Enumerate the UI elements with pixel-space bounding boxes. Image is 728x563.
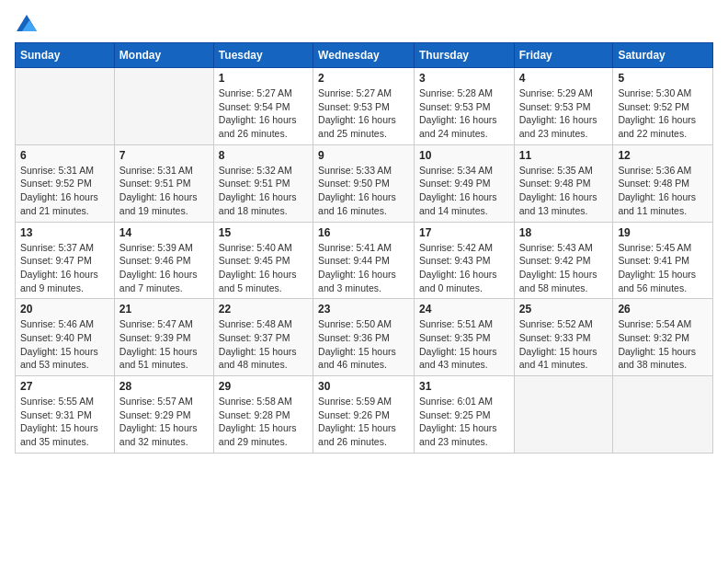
day-number: 25	[519, 303, 609, 316]
calendar-header-monday: Monday	[114, 43, 213, 68]
day-info: Sunrise: 5:33 AM Sunset: 9:50 PM Dayligh…	[318, 164, 409, 218]
calendar-cell: 15Sunrise: 5:40 AM Sunset: 9:45 PM Dayli…	[213, 222, 313, 299]
day-number: 2	[318, 72, 409, 85]
day-number: 7	[119, 149, 209, 162]
calendar-cell: 31Sunrise: 6:01 AM Sunset: 9:25 PM Dayli…	[414, 376, 514, 454]
day-number: 4	[519, 72, 609, 85]
calendar-cell: 20Sunrise: 5:46 AM Sunset: 9:40 PM Dayli…	[16, 299, 115, 376]
day-number: 11	[519, 149, 609, 162]
calendar-cell: 3Sunrise: 5:28 AM Sunset: 9:53 PM Daylig…	[414, 68, 514, 145]
calendar-week-row: 6Sunrise: 5:31 AM Sunset: 9:52 PM Daylig…	[16, 144, 713, 222]
day-info: Sunrise: 6:01 AM Sunset: 9:25 PM Dayligh…	[419, 395, 509, 449]
calendar-cell	[16, 68, 115, 145]
day-info: Sunrise: 5:57 AM Sunset: 9:29 PM Dayligh…	[119, 395, 209, 449]
day-info: Sunrise: 5:29 AM Sunset: 9:53 PM Dayligh…	[519, 86, 609, 141]
calendar-cell: 12Sunrise: 5:36 AM Sunset: 9:48 PM Dayli…	[613, 144, 713, 222]
day-number: 30	[318, 380, 409, 393]
calendar-cell: 8Sunrise: 5:32 AM Sunset: 9:51 PM Daylig…	[213, 144, 313, 222]
day-info: Sunrise: 5:27 AM Sunset: 9:53 PM Dayligh…	[318, 86, 409, 141]
day-number: 16	[318, 226, 409, 239]
day-number: 5	[618, 72, 708, 85]
day-info: Sunrise: 5:52 AM Sunset: 9:33 PM Dayligh…	[519, 317, 609, 372]
calendar-cell: 25Sunrise: 5:52 AM Sunset: 9:33 PM Dayli…	[514, 299, 613, 376]
day-number: 24	[419, 303, 509, 316]
day-number: 3	[419, 72, 509, 85]
calendar-header-wednesday: Wednesday	[313, 43, 415, 68]
logo-icon	[17, 15, 37, 31]
day-number: 6	[20, 149, 109, 162]
day-number: 21	[119, 303, 209, 316]
calendar-cell: 27Sunrise: 5:55 AM Sunset: 9:31 PM Dayli…	[16, 376, 115, 454]
day-info: Sunrise: 5:34 AM Sunset: 9:49 PM Dayligh…	[419, 164, 509, 218]
calendar-cell: 6Sunrise: 5:31 AM Sunset: 9:52 PM Daylig…	[16, 144, 115, 222]
day-number: 12	[618, 149, 708, 162]
day-number: 8	[219, 149, 308, 162]
day-number: 28	[119, 380, 209, 393]
calendar-cell: 16Sunrise: 5:41 AM Sunset: 9:44 PM Dayli…	[313, 222, 415, 299]
calendar-cell: 14Sunrise: 5:39 AM Sunset: 9:46 PM Dayli…	[114, 222, 213, 299]
calendar-cell: 1Sunrise: 5:27 AM Sunset: 9:54 PM Daylig…	[213, 68, 313, 145]
calendar-cell: 9Sunrise: 5:33 AM Sunset: 9:50 PM Daylig…	[313, 144, 415, 222]
calendar-cell	[514, 376, 613, 454]
day-info: Sunrise: 5:27 AM Sunset: 9:54 PM Dayligh…	[219, 86, 308, 141]
calendar-header-tuesday: Tuesday	[213, 43, 313, 68]
day-number: 20	[20, 303, 109, 316]
day-number: 13	[20, 226, 109, 239]
day-info: Sunrise: 5:40 AM Sunset: 9:45 PM Dayligh…	[219, 241, 308, 295]
day-number: 23	[318, 303, 409, 316]
day-info: Sunrise: 5:46 AM Sunset: 9:40 PM Dayligh…	[20, 317, 109, 372]
day-info: Sunrise: 5:42 AM Sunset: 9:43 PM Dayligh…	[419, 241, 509, 295]
page-header	[15, 15, 713, 31]
day-info: Sunrise: 5:32 AM Sunset: 9:51 PM Dayligh…	[219, 164, 308, 218]
calendar-cell: 13Sunrise: 5:37 AM Sunset: 9:47 PM Dayli…	[16, 222, 115, 299]
calendar-header-thursday: Thursday	[414, 43, 514, 68]
calendar-cell	[114, 68, 213, 145]
calendar-header-friday: Friday	[514, 43, 613, 68]
day-number: 29	[219, 380, 308, 393]
calendar-cell: 26Sunrise: 5:54 AM Sunset: 9:32 PM Dayli…	[613, 299, 713, 376]
calendar-cell: 21Sunrise: 5:47 AM Sunset: 9:39 PM Dayli…	[114, 299, 213, 376]
calendar-cell: 5Sunrise: 5:30 AM Sunset: 9:52 PM Daylig…	[613, 68, 713, 145]
calendar-cell: 17Sunrise: 5:42 AM Sunset: 9:43 PM Dayli…	[414, 222, 514, 299]
day-info: Sunrise: 5:41 AM Sunset: 9:44 PM Dayligh…	[318, 241, 409, 295]
calendar-cell: 28Sunrise: 5:57 AM Sunset: 9:29 PM Dayli…	[114, 376, 213, 454]
day-info: Sunrise: 5:54 AM Sunset: 9:32 PM Dayligh…	[618, 317, 708, 372]
day-number: 18	[519, 226, 609, 239]
calendar-week-row: 27Sunrise: 5:55 AM Sunset: 9:31 PM Dayli…	[16, 376, 713, 454]
day-number: 27	[20, 380, 109, 393]
day-info: Sunrise: 5:59 AM Sunset: 9:26 PM Dayligh…	[318, 395, 409, 449]
day-number: 26	[618, 303, 708, 316]
day-info: Sunrise: 5:50 AM Sunset: 9:36 PM Dayligh…	[318, 317, 409, 372]
calendar-week-row: 1Sunrise: 5:27 AM Sunset: 9:54 PM Daylig…	[16, 68, 713, 145]
day-number: 17	[419, 226, 509, 239]
day-info: Sunrise: 5:43 AM Sunset: 9:42 PM Dayligh…	[519, 241, 609, 295]
day-info: Sunrise: 5:55 AM Sunset: 9:31 PM Dayligh…	[20, 395, 109, 449]
calendar-header-saturday: Saturday	[613, 43, 713, 68]
day-number: 22	[219, 303, 308, 316]
day-info: Sunrise: 5:30 AM Sunset: 9:52 PM Dayligh…	[618, 86, 708, 141]
day-number: 19	[618, 226, 708, 239]
calendar-week-row: 13Sunrise: 5:37 AM Sunset: 9:47 PM Dayli…	[16, 222, 713, 299]
day-info: Sunrise: 5:28 AM Sunset: 9:53 PM Dayligh…	[419, 86, 509, 141]
calendar-cell: 24Sunrise: 5:51 AM Sunset: 9:35 PM Dayli…	[414, 299, 514, 376]
calendar-header-sunday: Sunday	[16, 43, 115, 68]
calendar-cell: 4Sunrise: 5:29 AM Sunset: 9:53 PM Daylig…	[514, 68, 613, 145]
day-info: Sunrise: 5:35 AM Sunset: 9:48 PM Dayligh…	[519, 164, 609, 218]
calendar-cell: 23Sunrise: 5:50 AM Sunset: 9:36 PM Dayli…	[313, 299, 415, 376]
logo	[15, 15, 37, 31]
day-info: Sunrise: 5:51 AM Sunset: 9:35 PM Dayligh…	[419, 317, 509, 372]
calendar-cell: 18Sunrise: 5:43 AM Sunset: 9:42 PM Dayli…	[514, 222, 613, 299]
calendar-cell: 30Sunrise: 5:59 AM Sunset: 9:26 PM Dayli…	[313, 376, 415, 454]
calendar-cell: 29Sunrise: 5:58 AM Sunset: 9:28 PM Dayli…	[213, 376, 313, 454]
day-info: Sunrise: 5:47 AM Sunset: 9:39 PM Dayligh…	[119, 317, 209, 372]
calendar-cell: 10Sunrise: 5:34 AM Sunset: 9:49 PM Dayli…	[414, 144, 514, 222]
day-info: Sunrise: 5:31 AM Sunset: 9:52 PM Dayligh…	[20, 164, 109, 218]
calendar-cell: 2Sunrise: 5:27 AM Sunset: 9:53 PM Daylig…	[313, 68, 415, 145]
day-info: Sunrise: 5:45 AM Sunset: 9:41 PM Dayligh…	[618, 241, 708, 295]
day-info: Sunrise: 5:48 AM Sunset: 9:37 PM Dayligh…	[219, 317, 308, 372]
day-number: 14	[119, 226, 209, 239]
day-number: 9	[318, 149, 409, 162]
calendar-header-row: SundayMondayTuesdayWednesdayThursdayFrid…	[16, 43, 713, 68]
day-info: Sunrise: 5:31 AM Sunset: 9:51 PM Dayligh…	[119, 164, 209, 218]
calendar-cell: 22Sunrise: 5:48 AM Sunset: 9:37 PM Dayli…	[213, 299, 313, 376]
